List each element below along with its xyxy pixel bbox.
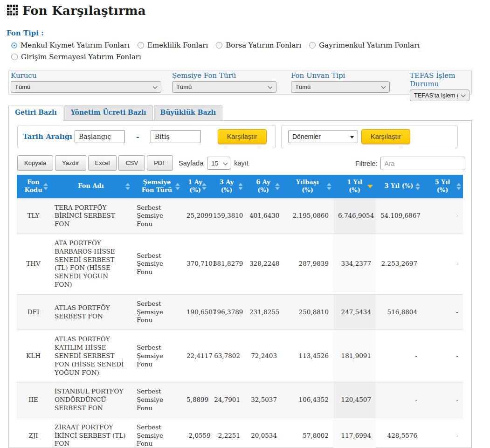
periods-dropdown[interactable]: Dönemler xyxy=(288,130,358,143)
cell-yilbasi: 287,9839 xyxy=(282,234,333,294)
col-1-yil-sorted[interactable]: 1 Yıl(%) xyxy=(333,175,376,198)
cell-3yil: - xyxy=(376,330,422,382)
cell-3yil: 516,8804 xyxy=(376,294,422,330)
compare-button-date[interactable]: Karşılaştır xyxy=(218,129,267,144)
sort-icon xyxy=(175,183,180,190)
search-input[interactable] xyxy=(380,157,465,170)
cell-3ay: 159,3810 xyxy=(208,198,245,234)
col-fon-adi[interactable]: Fon Adı xyxy=(50,175,132,198)
table-row[interactable]: DFI ATLAS PORTFÖY SERBEST FON Serbest Şe… xyxy=(17,294,463,330)
cell-1yil: 6.746,9054 xyxy=(333,198,376,234)
radio-icon[interactable] xyxy=(138,42,144,48)
cell-3ay: 381,8279 xyxy=(208,234,245,294)
fund-type-radio-group: Menkul Kıymet Yatırım Fonları Emeklilik … xyxy=(11,41,420,49)
page-size-select[interactable]: 15 xyxy=(207,157,230,170)
cell-5yil: - xyxy=(422,330,463,382)
radio-icon[interactable] xyxy=(309,42,316,48)
semsiye-select-value: Tümü xyxy=(176,83,192,90)
end-date-input[interactable] xyxy=(151,130,201,143)
semsiye-select[interactable]: Tümü xyxy=(172,81,276,93)
table-row[interactable]: KLH ATLAS PORTFÖY KATILIM HİSSE SENEDİ S… xyxy=(17,330,463,382)
table-row[interactable]: IIE İSTANBUL PORTFÖY ONDÖRDÜNCÜ SERBEST … xyxy=(17,382,463,418)
sort-icon xyxy=(125,183,130,190)
cell-1ay: 5,8899 xyxy=(182,382,208,418)
cell-5yil: - xyxy=(422,234,463,294)
tefas-label: TEFAS İşlem Durumu xyxy=(410,71,471,88)
kurucu-label: Kurucu xyxy=(11,71,161,80)
kurucu-select-value: Tümü xyxy=(15,83,30,90)
copy-button[interactable]: Kopyala xyxy=(17,155,53,171)
col-semsiye-fon-turu[interactable]: ŞemsiyeFon Türü xyxy=(132,175,182,198)
filter-group-kurucu: Kurucu Tümü xyxy=(11,71,161,93)
compare-button-periods[interactable]: Karşılaştır xyxy=(361,129,410,144)
cell-1yil: 181,9091 xyxy=(333,330,376,382)
col-6-ay[interactable]: 6 Ay(%) xyxy=(245,175,282,198)
filter-panel: Kurucu Tümü Şemsiye Fon Türü Tümü Fon Un… xyxy=(8,70,472,95)
radio-menkul-kiymet[interactable]: Menkul Kıymet Yatırım Fonları xyxy=(11,41,130,49)
cell-1ay: 25,2099 xyxy=(182,198,208,234)
radio-label: Menkul Kıymet Yatırım Fonları xyxy=(21,41,130,49)
radio-icon[interactable] xyxy=(11,54,18,60)
cell-5yil: - xyxy=(422,382,463,418)
cell-3ay: 63,7802 xyxy=(208,330,245,382)
cell-1yil: 334,2377 xyxy=(333,234,376,294)
chevron-down-icon xyxy=(461,93,466,97)
date-separator: - xyxy=(136,132,139,141)
filter-group-semsiye: Şemsiye Fon Türü Tümü xyxy=(172,71,276,93)
radio-girisim-sermayesi[interactable]: Girişim Sermayesi Yatırım Fonları xyxy=(11,53,141,61)
cell-6ay: 231,8255 xyxy=(245,294,282,330)
table-row[interactable]: THV ATA PORTFÖY BARBAROS HİSSE SENEDİ SE… xyxy=(17,234,463,294)
col-5-yil[interactable]: 5 Yıl(%) xyxy=(422,175,463,198)
page-header: Fon Karşılaştırma xyxy=(7,4,146,18)
radio-gayrimenkul[interactable]: Gayrimenkul Yatırım Fonları xyxy=(309,41,420,49)
page-size-control: Sayfada 15 kayıt xyxy=(179,157,248,170)
chevron-down-icon xyxy=(153,84,158,89)
radio-checked-icon[interactable] xyxy=(12,43,16,48)
tab-yonetim-ucreti-bazli[interactable]: Yönetim Ücreti Bazlı xyxy=(64,105,153,121)
cell-semsiye: Serbest Şemsiye Fonu xyxy=(132,382,182,418)
start-date-input[interactable] xyxy=(75,130,125,143)
cell-3ay: -2,2251 xyxy=(208,418,245,448)
table-row[interactable]: ZJI ZİRAAT PORTFÖY İKİNCİ SERBEST (TL) F… xyxy=(17,418,463,448)
chevron-down-icon xyxy=(223,161,228,165)
tab-getiri-bazli[interactable]: Getiri Bazlı xyxy=(8,105,63,121)
print-button[interactable]: Yazdır xyxy=(55,155,86,171)
excel-button[interactable]: Excel xyxy=(88,155,117,171)
col-1-ay[interactable]: 1 Ay(%) xyxy=(182,175,208,198)
grid-icon xyxy=(7,4,18,18)
col-fon-kodu[interactable]: FonKodu xyxy=(17,175,50,198)
filter-group-unvan: Fon Unvan Tipi Tümü xyxy=(291,71,390,93)
radio-emeklilik[interactable]: Emeklilik Fonları xyxy=(138,41,208,49)
page-title: Fon Karşılaştırma xyxy=(22,4,146,18)
table-filter: Filtrele: xyxy=(355,157,465,170)
col-3-yil[interactable]: 3 Yıl (%) xyxy=(376,175,422,198)
filter-group-tefas: TEFAS İşlem Durumu TEFAS'ta işlem gören xyxy=(410,71,471,101)
tefas-select[interactable]: TEFAS'ta işlem gören xyxy=(410,90,469,101)
cell-fon-adi: ATLAS PORTFÖY KATILIM HİSSE SENEDİ SERBE… xyxy=(50,330,132,382)
cell-5yil: - xyxy=(422,198,463,234)
table-row[interactable]: TLY TERA PORTFÖY BİRİNCİ SERBEST FON Ser… xyxy=(17,198,463,234)
kurucu-select[interactable]: Tümü xyxy=(11,81,161,93)
cell-1yil: 247,5434 xyxy=(333,294,376,330)
periods-dropdown-value: Dönemler xyxy=(292,133,321,140)
pdf-button[interactable]: PDF xyxy=(147,155,173,171)
cell-semsiye: Serbest Şemsiye Fonu xyxy=(132,294,182,330)
radio-icon[interactable] xyxy=(216,42,222,48)
cell-fon-kodu: IIE xyxy=(17,382,50,418)
sort-icon xyxy=(456,183,461,190)
unvan-select[interactable]: Tümü xyxy=(291,81,390,93)
fund-table: FonKodu Fon Adı ŞemsiyeFon Türü 1 Ay(%) … xyxy=(17,175,463,448)
col-yilbasi[interactable]: Yılbaşı(%) xyxy=(282,175,333,198)
dropdown-arrow-icon xyxy=(350,136,354,138)
sort-icon xyxy=(275,183,280,190)
cell-fon-adi: ATA PORTFÖY BARBAROS HİSSE SENEDİ SERBES… xyxy=(50,234,132,294)
date-range-box: Tarih Aralığı - Karşılaştır xyxy=(17,125,276,148)
tab-buyukluk-bazli[interactable]: Büyüklük Bazlı xyxy=(154,105,223,121)
cell-fon-adi: İSTANBUL PORTFÖY ONDÖRDÜNCÜ SERBEST FON xyxy=(50,382,132,418)
radio-borsa[interactable]: Borsa Yatırım Fonları xyxy=(216,41,301,49)
cell-fon-kodu: DFI xyxy=(17,294,50,330)
cell-semsiye: Serbest Şemsiye Fonu xyxy=(132,418,182,448)
cell-fon-kodu: ZJI xyxy=(17,418,50,448)
csv-button[interactable]: CSV xyxy=(118,155,145,171)
col-3-ay[interactable]: 3 Ay(%) xyxy=(208,175,245,198)
